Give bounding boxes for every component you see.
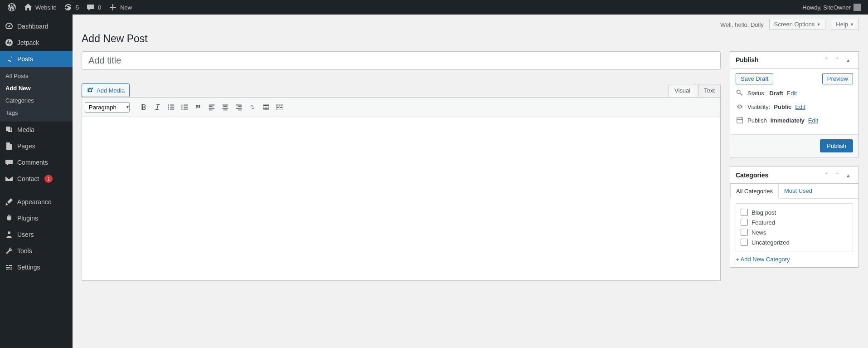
add-new-category-link[interactable]: + Add New Category	[736, 256, 790, 263]
svg-point-3	[168, 107, 169, 108]
updates-count: 5	[76, 4, 79, 11]
numbered-list-button[interactable]: 123	[178, 100, 191, 114]
media-icon	[5, 125, 14, 134]
publish-date-value: immediately	[771, 117, 805, 124]
updates-link[interactable]: 5	[60, 0, 82, 15]
wp-logo[interactable]	[4, 0, 20, 15]
svg-rect-10	[737, 118, 743, 123]
sidebar-label: Posts	[17, 55, 33, 63]
move-down-icon[interactable]: ˅	[832, 57, 842, 64]
comment-icon	[86, 3, 95, 12]
sidebar-item-users[interactable]: Users	[0, 226, 73, 243]
sidebar-item-comments[interactable]: Comments	[0, 154, 73, 171]
toggle-panel-icon[interactable]: ▴	[843, 57, 853, 64]
move-up-icon[interactable]: ˄	[821, 172, 831, 179]
top-right-bar: Well, hello, Dolly Screen Options ▼ Help…	[82, 19, 859, 30]
submenu-add-new[interactable]: Add New	[0, 82, 73, 94]
sidebar-label: Tools	[17, 247, 32, 255]
category-item[interactable]: Uncategorized	[741, 237, 848, 247]
admin-bar: Website 5 0 New Howdy, SiteOwner	[0, 0, 868, 15]
category-item[interactable]: Blog post	[741, 207, 848, 217]
publish-date-label: Publish	[747, 117, 767, 124]
category-checkbox[interactable]	[741, 239, 748, 246]
tab-most-used[interactable]: Most Used	[779, 184, 818, 198]
category-checkbox[interactable]	[741, 219, 748, 226]
format-select[interactable]: Paragraph	[85, 102, 130, 113]
sidebar-item-plugins[interactable]: Plugins	[0, 210, 73, 226]
align-center-button[interactable]	[218, 100, 232, 114]
edit-visibility-link[interactable]: Edit	[795, 103, 805, 110]
bullet-list-button[interactable]	[164, 100, 178, 114]
greeting-label: Howdy, SiteOwner	[802, 4, 851, 11]
save-draft-button[interactable]: Save Draft	[736, 73, 773, 84]
sidebar-item-jetpack[interactable]: Jetpack	[0, 34, 73, 51]
publish-button[interactable]: Publish	[820, 139, 853, 152]
publish-heading: Publish	[736, 56, 759, 64]
align-left-button[interactable]	[205, 100, 218, 114]
blockquote-button[interactable]	[191, 100, 205, 114]
sidebar-item-media[interactable]: Media	[0, 122, 73, 138]
submenu-categories[interactable]: Categories	[0, 94, 73, 107]
tab-visual[interactable]: Visual	[669, 84, 696, 97]
hello-dolly: Well, hello, Dolly	[720, 21, 764, 28]
sidebar-item-appearance[interactable]: Appearance	[0, 194, 73, 210]
sidebar-label: Appearance	[17, 198, 52, 206]
toggle-panel-icon[interactable]: ▴	[843, 172, 853, 179]
help-label: Help	[836, 21, 848, 28]
svg-point-2	[168, 104, 169, 106]
sidebar-item-posts[interactable]: Posts	[0, 51, 73, 67]
move-down-icon[interactable]: ˅	[832, 172, 842, 179]
bold-button[interactable]	[137, 100, 150, 114]
visibility-value: Public	[774, 103, 791, 110]
camera-music-icon	[87, 87, 94, 94]
admin-sidebar: Dashboard Jetpack Posts All Posts Add Ne…	[0, 15, 73, 348]
category-checkbox[interactable]	[741, 209, 748, 216]
align-right-button[interactable]	[232, 100, 246, 114]
italic-button[interactable]	[150, 100, 164, 114]
site-name-link[interactable]: Website	[20, 0, 60, 15]
editor-content-area[interactable]	[82, 117, 720, 280]
editor-toolbar: Paragraph 123	[82, 98, 720, 117]
sidebar-item-dashboard[interactable]: Dashboard	[0, 18, 73, 34]
move-up-icon[interactable]: ˄	[821, 57, 831, 64]
post-title-input[interactable]	[82, 51, 721, 70]
read-more-button[interactable]	[259, 100, 273, 114]
help-tab[interactable]: Help ▼	[831, 19, 859, 30]
svg-point-1	[8, 231, 10, 234]
comments-link[interactable]: 0	[82, 0, 105, 15]
page-icon	[5, 142, 14, 151]
svg-point-0	[5, 39, 13, 46]
sidebar-label: Comments	[17, 159, 48, 166]
new-content-link[interactable]: New	[105, 0, 136, 15]
submenu-tags[interactable]: Tags	[0, 107, 73, 119]
add-media-button[interactable]: Add Media	[82, 83, 130, 97]
sidebar-item-pages[interactable]: Pages	[0, 138, 73, 154]
sidebar-label: Media	[17, 126, 34, 133]
tab-all-categories[interactable]: All Categories	[730, 184, 779, 199]
screen-options-tab[interactable]: Screen Options ▼	[769, 19, 826, 30]
wordpress-icon	[7, 3, 16, 12]
category-checkbox[interactable]	[741, 229, 748, 236]
key-icon	[736, 89, 744, 97]
tab-text[interactable]: Text	[698, 84, 721, 97]
toolbar-toggle-button[interactable]	[273, 100, 286, 114]
editor-tabs: Visual Text	[669, 84, 721, 97]
svg-point-4	[168, 108, 169, 110]
sidebar-item-tools[interactable]: Tools	[0, 243, 73, 259]
update-icon	[64, 3, 73, 12]
edit-status-link[interactable]: Edit	[787, 90, 797, 97]
my-account[interactable]: Howdy, SiteOwner	[799, 0, 864, 15]
sidebar-item-contact[interactable]: Contact 1	[0, 171, 73, 187]
edit-date-link[interactable]: Edit	[808, 117, 818, 124]
category-item[interactable]: Featured	[741, 217, 848, 227]
admin-bar-left: Website 5 0 New	[4, 0, 136, 15]
submenu-all-posts[interactable]: All Posts	[0, 70, 73, 82]
link-button[interactable]	[246, 100, 259, 114]
publish-metabox: Publish ˄ ˅ ▴ Save Draft Preview	[730, 51, 859, 157]
category-label: Featured	[752, 219, 775, 226]
category-item[interactable]: News	[741, 227, 848, 237]
sidebar-item-settings[interactable]: Settings	[0, 259, 73, 275]
preview-button[interactable]: Preview	[822, 73, 853, 84]
editor-toolbar-wrap: Paragraph 123	[82, 97, 721, 281]
screen-options-label: Screen Options	[774, 21, 815, 28]
